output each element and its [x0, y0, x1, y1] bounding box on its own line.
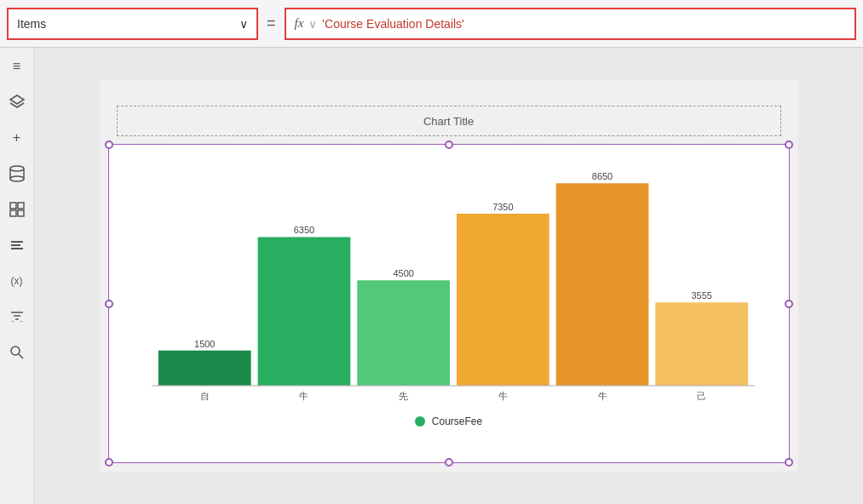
- sidebar: ≡ +: [0, 48, 34, 504]
- handle-bottom-right[interactable]: [785, 458, 793, 467]
- svg-text:牛: 牛: [498, 391, 507, 401]
- fx-icon: fx: [295, 16, 304, 31]
- chart-svg-area: 1500自6350牛4500先7350牛8650牛3555己: [126, 162, 772, 411]
- formula-text: 'Course Evaluation Details': [322, 17, 463, 31]
- filter-icon[interactable]: [7, 306, 27, 327]
- hamburger-menu-icon[interactable]: ≡: [7, 56, 27, 77]
- chart-legend: CourseFee: [126, 411, 772, 427]
- handle-top-center[interactable]: [445, 140, 453, 149]
- svg-rect-32: [555, 183, 648, 386]
- svg-text:8650: 8650: [591, 171, 612, 181]
- dropdown-chevron: ∨: [239, 17, 248, 31]
- handle-top-right[interactable]: [785, 140, 793, 149]
- chart-inner: 1500自6350牛4500先7350牛8650牛3555己 CourseFee: [109, 145, 789, 462]
- svg-point-18: [11, 346, 20, 355]
- svg-text:6350: 6350: [293, 225, 314, 235]
- handle-middle-left[interactable]: [105, 300, 113, 308]
- main-area: ≡ +: [0, 48, 863, 504]
- toolbar: Items ∨ = fx ∨ 'Course Evaluation Detail…: [0, 0, 863, 48]
- chart-title-area: Chart Title: [117, 106, 781, 136]
- svg-text:己: 己: [697, 391, 706, 401]
- handle-bottom-center[interactable]: [445, 458, 453, 467]
- svg-text:牛: 牛: [299, 391, 308, 401]
- svg-rect-35: [655, 302, 748, 386]
- handle-bottom-left[interactable]: [105, 458, 113, 467]
- svg-rect-6: [10, 203, 16, 209]
- chart-title-label: Chart Title: [423, 115, 474, 128]
- variable-icon[interactable]: (x): [7, 271, 27, 291]
- svg-text:7350: 7350: [492, 202, 513, 212]
- format-icon[interactable]: [7, 235, 27, 255]
- layers-icon[interactable]: [7, 92, 27, 112]
- fx-separator: ∨: [308, 17, 317, 31]
- formula-bar[interactable]: fx ∨ 'Course Evaluation Details': [285, 8, 856, 40]
- canvas-inner: Chart Title 1500自6350牛4500先7350牛8650: [100, 80, 798, 472]
- svg-text:自: 自: [199, 391, 209, 401]
- visual-icon[interactable]: [7, 199, 27, 220]
- handle-middle-right[interactable]: [785, 300, 793, 308]
- add-icon[interactable]: +: [7, 128, 27, 148]
- svg-rect-26: [357, 280, 450, 386]
- legend-dot: [415, 416, 425, 427]
- svg-text:4500: 4500: [393, 268, 413, 278]
- svg-rect-29: [456, 214, 549, 386]
- search-icon[interactable]: [7, 342, 27, 363]
- svg-rect-8: [10, 210, 16, 216]
- svg-point-1: [10, 166, 24, 171]
- svg-text:牛: 牛: [597, 391, 607, 401]
- svg-line-19: [19, 354, 23, 358]
- chart-container[interactable]: 1500自6350牛4500先7350牛8650牛3555己 CourseFee: [108, 144, 790, 463]
- svg-rect-20: [158, 351, 250, 386]
- handle-top-left[interactable]: [105, 140, 113, 149]
- items-dropdown[interactable]: Items ∨: [7, 8, 258, 40]
- svg-text:先: 先: [399, 391, 408, 401]
- svg-rect-23: [257, 237, 350, 385]
- svg-text:3555: 3555: [691, 290, 711, 301]
- svg-marker-0: [10, 95, 24, 104]
- svg-text:1500: 1500: [194, 339, 215, 349]
- items-label: Items: [17, 17, 46, 31]
- legend-label: CourseFee: [432, 415, 482, 427]
- svg-rect-7: [18, 203, 24, 209]
- cylinder-icon[interactable]: [7, 163, 27, 184]
- equals-sign: =: [263, 14, 279, 32]
- svg-point-5: [10, 176, 24, 181]
- svg-rect-9: [18, 210, 24, 216]
- canvas-area: Chart Title 1500自6350牛4500先7350牛8650: [34, 48, 863, 504]
